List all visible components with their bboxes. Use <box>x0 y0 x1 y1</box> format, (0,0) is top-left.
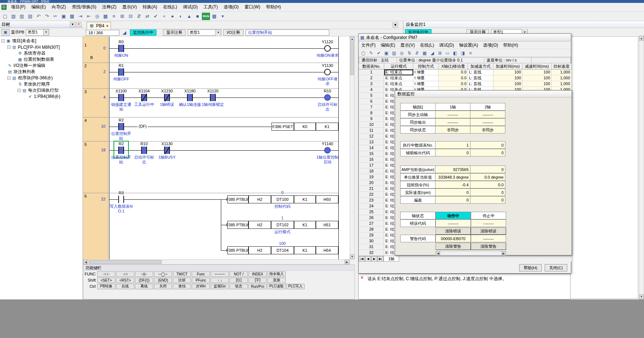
next-tab-icon[interactable]: ▶ <box>371 256 377 262</box>
tree-item-io-comments[interactable]: ✎I/O注释一并编辑 <box>0 63 83 69</box>
pm7-titlebar[interactable]: ▦ 未命名 - Configurator PM7 <box>359 34 571 41</box>
function-key-button[interactable]: 离线 <box>135 284 153 289</box>
contact-X1104[interactable] <box>141 94 147 101</box>
toolbar-icon[interactable]: ▢ <box>1 13 9 20</box>
tree-item-scan-type[interactable]: −▨每次扫描执行型 <box>0 87 83 94</box>
toolbar-icon[interactable]: ⊟ <box>127 13 135 20</box>
toolbar-icon[interactable]: ▲ <box>185 13 193 20</box>
contact-X1180[interactable] <box>187 94 193 101</box>
table-row[interactable]: 2E: 结束点I 增量0.0L: 直线1001001,000 <box>359 75 572 81</box>
function-key-button[interactable]: TM/CT <box>173 271 191 277</box>
pm7-menu-item[interactable]: 轴设置(A) <box>457 41 481 49</box>
contact-X1100[interactable] <box>118 94 124 101</box>
function-operand[interactable]: H2 <box>249 195 271 203</box>
prev-tab-icon[interactable]: ◀ <box>365 256 371 262</box>
function-operand[interactable]: H2 <box>249 221 271 229</box>
function-key-button[interactable]: 监视Go <box>211 284 229 289</box>
function-key-button[interactable]: 次Win <box>192 284 210 289</box>
pm7-toolbar-icon[interactable]: ⇵ <box>413 50 421 56</box>
col-header[interactable]: 数据表No. <box>359 63 384 69</box>
toolbar-icon[interactable]: ▧ <box>9 13 17 20</box>
tree-item-plc[interactable]: −▥PLC[FP-XH M8N30T] <box>0 44 83 50</box>
help-button[interactable]: 帮助(H) <box>519 264 542 271</box>
tree-item-program-blocks[interactable]: −▧程序块(PB-366步) <box>0 75 83 81</box>
collapse-icon[interactable]: − <box>7 76 11 80</box>
first-tab-icon[interactable]: |◀ <box>359 256 365 262</box>
scroll-down-icon[interactable]: ▼ <box>639 294 644 299</box>
error-close-icon[interactable]: ✕ <box>360 275 364 280</box>
menu-item[interactable]: 向导(Z) <box>49 3 69 11</box>
function-key-button[interactable]: PB转换 <box>97 284 115 289</box>
pm7-menu-item[interactable]: 显示(V) <box>398 41 417 49</box>
col-header[interactable]: X轴(1)移动量 <box>439 63 468 69</box>
scroll-down-icon[interactable]: ▼ <box>350 254 354 259</box>
coil-R10[interactable] <box>324 94 331 101</box>
menu-item[interactable]: 注释(Z) <box>99 3 119 11</box>
tab-pb4[interactable]: ▦ PB4 × <box>87 22 111 29</box>
collapse-icon[interactable]: − <box>17 89 21 92</box>
monitor-window-icon[interactable]: ▦ <box>210 13 218 20</box>
function-key-button[interactable]: PFunc <box>192 278 210 283</box>
toolbar-icon[interactable]: + <box>160 13 168 20</box>
toolbar-icon[interactable]: ⇄ <box>143 13 151 20</box>
scroll-right-icon[interactable]: ▶ <box>345 260 349 264</box>
function-key-button[interactable]: PLC写入 <box>286 284 305 289</box>
coil-Y1120[interactable] <box>324 45 331 52</box>
function-key-button[interactable]: Run/Pro <box>249 284 267 289</box>
ladder-horizontal-scrollbar[interactable]: ◀ ▶ <box>83 259 350 265</box>
function-operand[interactable]: K1 <box>294 221 316 229</box>
table-row[interactable]: 3E: 结束点I 增量0.0L: 直线1001001,000 <box>359 81 572 87</box>
col-header[interactable]: 运行模式 <box>384 63 413 69</box>
toolbar-icon[interactable]: ✂ <box>51 13 59 20</box>
menu-item[interactable]: 工具(T) <box>200 3 220 11</box>
function-operand[interactable]: K1 <box>316 123 338 131</box>
function-key-button[interactable]: 直接 <box>267 278 286 283</box>
data-monitor-titlebar[interactable]: 数据监控 <box>395 91 572 98</box>
pm7-toolbar-icon[interactable]: ⊞ <box>436 50 444 56</box>
layout-icon[interactable]: ▣ <box>1 29 9 36</box>
col-header[interactable]: 控制方式 <box>413 63 439 69</box>
contact-R2[interactable] <box>118 123 124 130</box>
col-header[interactable]: 加减速方式 <box>468 63 493 69</box>
pm7-toolbar-icon[interactable]: ◨ <box>459 50 466 56</box>
monitor-mode-icon[interactable]: ◢ <box>122 29 127 36</box>
function-key-button[interactable]: ⊣ ⊦ <box>116 271 134 277</box>
menu-item[interactable]: 选项(O) <box>221 3 242 11</box>
comment-type-select[interactable]: 类型1▼ <box>188 29 221 36</box>
ladder-editor[interactable]: 1 0 B R0 伺服ON Y1120 伺服ON请求 2 2 R1 伺服OFF … <box>83 36 350 259</box>
tree-item-pb4[interactable]: ✔1:PB4(366步) <box>0 94 83 100</box>
toolbar-icon[interactable]: ≡ <box>110 13 118 20</box>
toolbar-icon[interactable]: ↶ <box>35 13 43 20</box>
menu-item[interactable]: 窗口(W) <box>242 3 263 11</box>
menu-item[interactable]: 转换(A) <box>140 3 160 11</box>
toolbar-icon[interactable]: ⊞ <box>118 13 126 20</box>
toolbar-icon[interactable]: ▥ <box>18 13 26 20</box>
pm7-menu-item[interactable]: 编辑(E) <box>378 41 398 49</box>
scroll-left-icon[interactable]: ◀ <box>436 251 440 255</box>
pin-icon[interactable]: ▾ <box>70 22 75 27</box>
tree-item-position-table[interactable]: ▦位置控制数据表 <box>0 56 83 63</box>
function-key-button[interactable]: Func <box>192 271 210 277</box>
function-box-F385[interactable]: F385 PTBLW <box>227 221 249 229</box>
df-instruction[interactable]: (DF) <box>138 124 148 128</box>
contact-X1130[interactable] <box>164 147 170 154</box>
function-key-button[interactable]: ⊣|⊢ <box>135 271 153 277</box>
function-key-button[interactable]: ─◯─ <box>154 271 172 277</box>
function-operand[interactable]: K0 <box>294 123 316 131</box>
clear-error-button-axis2[interactable]: 清除错误 <box>471 227 506 235</box>
col-header[interactable]: 减速时间(ms) <box>522 63 552 69</box>
menu-item[interactable]: 调试(D) <box>180 3 201 11</box>
function-box-F385[interactable]: F385 PTBLW <box>227 246 249 254</box>
tree-item-exec-order[interactable]: ⇅更改执行顺序 <box>0 81 83 87</box>
contact-R1[interactable] <box>118 68 124 76</box>
pm7-menu-item[interactable]: 选项(O) <box>481 41 501 49</box>
menu-item[interactable]: 在线(L) <box>160 3 180 11</box>
col-header[interactable]: 目标速度 <box>552 63 572 69</box>
io-comment-button[interactable]: I/O注释 <box>223 29 243 36</box>
table-row[interactable]: 1E: 结束点I 增量0.0L: 直线1001001,000 <box>359 69 572 75</box>
menu-item[interactable]: 显示(V) <box>119 3 140 11</box>
coil-Y1130[interactable] <box>324 69 331 75</box>
toolbar-icon[interactable]: ■ <box>194 13 202 20</box>
menu-item[interactable]: 帮助(H) <box>263 3 284 11</box>
pm7-toolbar-icon[interactable]: ▭ <box>444 50 451 56</box>
